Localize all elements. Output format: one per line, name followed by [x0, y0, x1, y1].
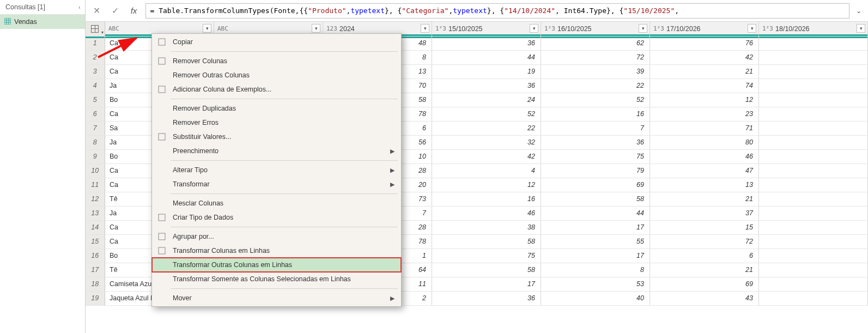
row-index[interactable]: 17 [86, 263, 105, 277]
cell[interactable] [759, 135, 868, 149]
cell[interactable]: 15 [650, 220, 759, 234]
cell[interactable]: 76 [650, 36, 759, 50]
cell[interactable]: 22 [432, 121, 541, 135]
fx-icon[interactable]: fx [127, 4, 141, 18]
cell[interactable]: 6 [650, 249, 759, 263]
menu-item[interactable]: Mesclar Colunas [152, 196, 401, 210]
cell[interactable]: 38 [432, 220, 541, 234]
cell[interactable]: 69 [541, 178, 650, 192]
cell[interactable]: 42 [432, 149, 541, 164]
row-index[interactable]: 4 [86, 78, 105, 93]
cell[interactable]: 39 [541, 64, 650, 78]
cell[interactable]: 72 [541, 50, 650, 64]
row-index[interactable]: 19 [86, 291, 105, 305]
cell[interactable] [759, 50, 868, 64]
column-filter-button[interactable]: ▾ [421, 24, 429, 33]
cell[interactable]: 40 [541, 291, 650, 305]
cell[interactable] [759, 64, 868, 78]
row-index[interactable]: 14 [86, 220, 105, 234]
cell[interactable]: 44 [432, 50, 541, 64]
row-index[interactable]: 1 [86, 36, 105, 50]
menu-item[interactable]: Mover▶ [152, 291, 401, 305]
cell[interactable]: 21 [650, 192, 759, 206]
cell[interactable]: 55 [541, 234, 650, 249]
menu-item[interactable]: Transformar Colunas em Linhas [152, 244, 401, 258]
cell[interactable] [759, 249, 868, 263]
row-index[interactable]: 15 [86, 234, 105, 249]
cell[interactable]: 17 [432, 277, 541, 291]
cell[interactable]: 58 [432, 234, 541, 249]
cell[interactable] [759, 93, 868, 107]
cell[interactable] [759, 220, 868, 234]
row-index[interactable]: 12 [86, 192, 105, 206]
cell[interactable] [759, 78, 868, 93]
row-index[interactable]: 18 [86, 277, 105, 291]
cell[interactable]: 44 [541, 206, 650, 220]
menu-item[interactable]: Remover Colunas [152, 54, 401, 68]
cell[interactable]: 71 [650, 121, 759, 135]
select-all-corner[interactable]: ▾ [86, 22, 105, 36]
column-header[interactable]: 1²317/10/2026▾ [650, 22, 759, 36]
menu-item[interactable]: Agrupar por... [152, 229, 401, 244]
cell[interactable]: 8 [541, 263, 650, 277]
cell[interactable]: 21 [650, 263, 759, 277]
cell[interactable]: 52 [432, 107, 541, 121]
cell[interactable]: 16 [541, 107, 650, 121]
row-index[interactable]: 9 [86, 149, 105, 164]
row-index[interactable]: 3 [86, 64, 105, 78]
cell[interactable]: 62 [541, 36, 650, 50]
cell[interactable] [759, 107, 868, 121]
formula-expand-button[interactable]: ⌄ [854, 7, 864, 15]
cell[interactable] [759, 178, 868, 192]
cell[interactable]: 19 [432, 64, 541, 78]
cell[interactable] [759, 291, 868, 305]
cell[interactable]: 47 [650, 164, 759, 178]
row-index[interactable]: 10 [86, 164, 105, 178]
cell[interactable]: 4 [432, 164, 541, 178]
cell[interactable]: 37 [650, 206, 759, 220]
cell[interactable]: 16 [432, 192, 541, 206]
formula-accept-button[interactable]: ✓ [108, 4, 123, 18]
column-header[interactable]: 1²316/10/2025▾ [541, 22, 650, 36]
cell[interactable]: 79 [541, 164, 650, 178]
column-header[interactable]: 1²318/10/2026▾ [759, 22, 868, 36]
menu-item[interactable]: Remover Duplicadas [152, 101, 401, 116]
column-filter-button[interactable]: ▾ [639, 24, 647, 33]
cell[interactable]: 23 [650, 107, 759, 121]
cell[interactable] [759, 263, 868, 277]
menu-item[interactable]: Adicionar Coluna de Exemplos... [152, 82, 401, 96]
cell[interactable] [759, 192, 868, 206]
cell[interactable]: 69 [650, 277, 759, 291]
cell[interactable]: 12 [432, 178, 541, 192]
menu-item[interactable]: Transformar Outras Colunas em Linhas [152, 258, 401, 272]
menu-item[interactable]: Substituir Valores... [152, 130, 401, 144]
cell[interactable]: 46 [432, 206, 541, 220]
column-filter-button[interactable]: ▾ [203, 24, 211, 33]
cell[interactable]: 42 [650, 50, 759, 64]
cell[interactable]: 36 [432, 36, 541, 50]
cell[interactable]: 36 [432, 291, 541, 305]
column-filter-button[interactable]: ▾ [857, 24, 865, 33]
cell[interactable]: 72 [650, 234, 759, 249]
cell[interactable]: 32 [432, 135, 541, 149]
queries-header[interactable]: Consultas [1] ‹ [0, 0, 85, 15]
cell[interactable] [759, 277, 868, 291]
cell[interactable]: 17 [541, 249, 650, 263]
cell[interactable]: 36 [432, 78, 541, 93]
column-filter-button[interactable]: ▾ [312, 24, 320, 33]
cell[interactable]: 7 [541, 121, 650, 135]
row-index[interactable]: 13 [86, 206, 105, 220]
cell[interactable]: 58 [541, 192, 650, 206]
cell[interactable]: 46 [650, 149, 759, 164]
menu-item[interactable]: Remover Outras Colunas [152, 68, 401, 82]
cell[interactable]: 75 [432, 249, 541, 263]
menu-item[interactable]: Copiar [152, 35, 401, 49]
row-index[interactable]: 5 [86, 93, 105, 107]
cell[interactable]: 13 [650, 178, 759, 192]
cell[interactable]: 21 [650, 64, 759, 78]
cell[interactable]: 53 [541, 277, 650, 291]
menu-item[interactable]: Criar Tipo de Dados [152, 210, 401, 225]
column-filter-button[interactable]: ▾ [530, 24, 538, 33]
cell[interactable]: 80 [650, 135, 759, 149]
column-filter-button[interactable]: ▾ [748, 24, 756, 33]
